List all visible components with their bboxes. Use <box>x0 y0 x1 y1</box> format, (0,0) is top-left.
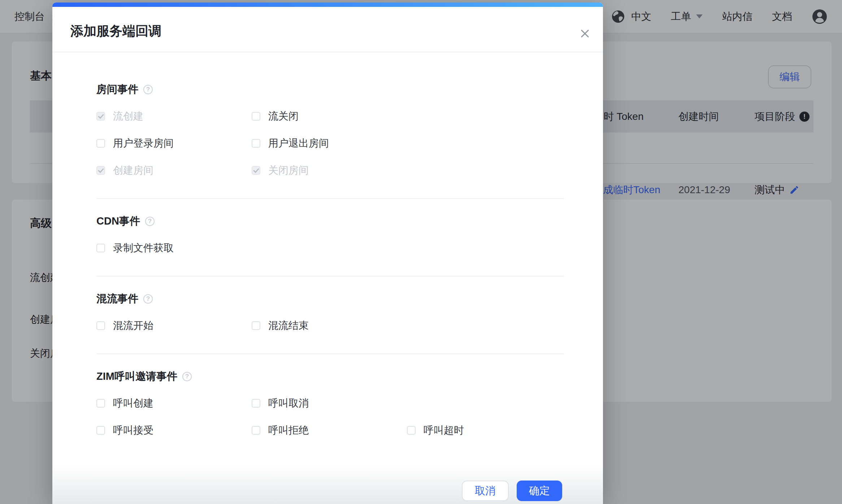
checkbox <box>96 166 105 175</box>
checkbox-row: 创建房间关闭房间 <box>96 162 564 179</box>
checkbox-item: 呼叫取消 <box>252 395 407 412</box>
checkbox-item: 流关闭 <box>252 108 407 125</box>
dialog-title: 添加服务端回调 <box>70 23 585 39</box>
checkbox-row: 混流开始混流结束 <box>96 317 564 334</box>
checkbox-item: 混流开始 <box>96 317 252 334</box>
callback-section: ZIM呼叫邀请事件?呼叫创建呼叫取消呼叫接受呼叫拒绝呼叫超时 <box>96 371 564 458</box>
checkbox[interactable] <box>96 139 105 148</box>
checkbox-item: 呼叫超时 <box>407 422 562 439</box>
close-icon <box>579 27 591 40</box>
checkbox[interactable] <box>96 244 105 252</box>
checkbox <box>96 112 105 121</box>
help-icon[interactable]: ? <box>182 372 192 381</box>
checkbox-label: 关闭房间 <box>268 164 309 177</box>
checkbox <box>252 166 260 175</box>
checkbox-row: 呼叫接受呼叫拒绝呼叫超时 <box>96 422 564 439</box>
section-title: CDN事件 <box>96 214 140 229</box>
checkbox[interactable] <box>252 139 260 148</box>
checkbox-label: 呼叫取消 <box>268 396 309 410</box>
checkbox-item: 关闭房间 <box>252 162 407 179</box>
checkbox-label: 呼叫接受 <box>113 423 153 437</box>
checkbox-label: 呼叫超时 <box>424 423 464 437</box>
section-title: ZIM呼叫邀请事件 <box>96 369 177 384</box>
checkbox-label: 混流结束 <box>268 319 309 333</box>
checkbox-label: 用户登录房间 <box>113 136 174 150</box>
checkbox-item: 呼叫拒绝 <box>252 422 407 439</box>
callback-section: 房间事件?流创建流关闭用户登录房间用户退出房间创建房间关闭房间 <box>96 84 564 199</box>
checkbox-item: 创建房间 <box>96 162 252 179</box>
confirm-button-label: 确定 <box>529 484 550 498</box>
help-icon[interactable]: ? <box>143 85 153 94</box>
checkbox-label: 混流开始 <box>113 319 153 333</box>
section-title: 混流事件 <box>96 292 138 306</box>
checkbox-label: 呼叫创建 <box>113 396 153 410</box>
confirm-button[interactable]: 确定 <box>517 481 562 501</box>
cancel-button-label: 取消 <box>475 484 496 498</box>
checkbox-item: 录制文件获取 <box>96 239 252 257</box>
close-button[interactable] <box>578 26 592 41</box>
dialog-accent-bar <box>52 3 603 7</box>
checkbox[interactable] <box>96 321 105 330</box>
checkbox[interactable] <box>252 399 260 408</box>
checkbox-item: 用户登录房间 <box>96 135 252 152</box>
cancel-button[interactable]: 取消 <box>462 481 509 501</box>
help-icon[interactable]: ? <box>145 217 155 226</box>
checkbox[interactable] <box>252 321 260 330</box>
modal-body: 房间事件?流创建流关闭用户登录房间用户退出房间创建房间关闭房间CDN事件?录制文… <box>52 52 603 458</box>
checkbox-item: 用户退出房间 <box>252 135 407 152</box>
section-title: 房间事件 <box>96 82 138 97</box>
checkbox-row: 流创建流关闭 <box>96 108 564 125</box>
checkbox[interactable] <box>96 399 105 408</box>
checkbox-label: 用户退出房间 <box>268 136 329 150</box>
checkbox-item: 混流结束 <box>252 317 407 334</box>
callback-section: CDN事件?录制文件获取 <box>96 216 564 277</box>
checkbox[interactable] <box>252 112 260 121</box>
checkbox-row: 录制文件获取 <box>96 239 564 257</box>
checkbox-item: 流创建 <box>96 108 252 125</box>
help-icon[interactable]: ? <box>143 294 153 304</box>
checkbox-label: 流关闭 <box>268 109 299 123</box>
checkbox[interactable] <box>407 426 416 435</box>
checkbox-row: 用户登录房间用户退出房间 <box>96 135 564 152</box>
dialog-footer: 取消 确定 <box>462 481 562 501</box>
checkbox-label: 呼叫拒绝 <box>268 423 309 437</box>
checkbox-label: 流创建 <box>113 109 143 123</box>
dialog-header: 添加服务端回调 <box>52 7 603 52</box>
checkbox-label: 创建房间 <box>113 164 153 177</box>
checkbox-item: 呼叫接受 <box>96 422 252 439</box>
add-server-callback-dialog: 添加服务端回调 房间事件?流创建流关闭用户登录房间用户退出房间创建房间关闭房间C… <box>52 3 603 504</box>
checkbox[interactable] <box>252 426 260 435</box>
checkbox-row: 呼叫创建呼叫取消 <box>96 395 564 412</box>
checkbox-item: 呼叫创建 <box>96 395 252 412</box>
checkbox-label: 录制文件获取 <box>113 241 174 255</box>
callback-section: 混流事件?混流开始混流结束 <box>96 293 564 354</box>
checkbox[interactable] <box>96 426 105 435</box>
